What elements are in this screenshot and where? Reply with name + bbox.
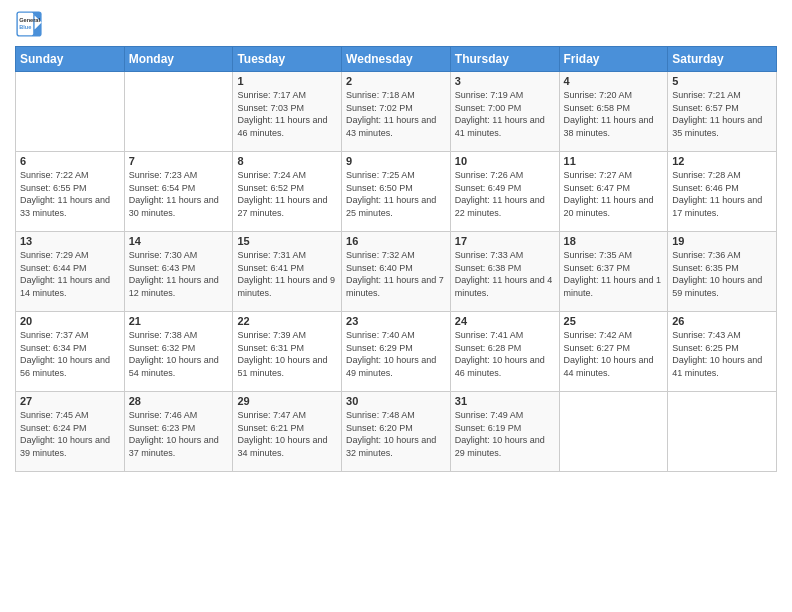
day-number: 31 [455, 395, 555, 407]
day-cell: 1Sunrise: 7:17 AM Sunset: 7:03 PM Daylig… [233, 72, 342, 152]
day-info: Sunrise: 7:47 AM Sunset: 6:21 PM Dayligh… [237, 409, 337, 459]
day-info: Sunrise: 7:40 AM Sunset: 6:29 PM Dayligh… [346, 329, 446, 379]
day-info: Sunrise: 7:23 AM Sunset: 6:54 PM Dayligh… [129, 169, 229, 219]
header: General Blue [15, 10, 777, 38]
day-info: Sunrise: 7:25 AM Sunset: 6:50 PM Dayligh… [346, 169, 446, 219]
day-info: Sunrise: 7:36 AM Sunset: 6:35 PM Dayligh… [672, 249, 772, 299]
day-info: Sunrise: 7:45 AM Sunset: 6:24 PM Dayligh… [20, 409, 120, 459]
svg-text:Blue: Blue [19, 24, 31, 30]
day-cell: 8Sunrise: 7:24 AM Sunset: 6:52 PM Daylig… [233, 152, 342, 232]
day-info: Sunrise: 7:20 AM Sunset: 6:58 PM Dayligh… [564, 89, 664, 139]
day-cell: 22Sunrise: 7:39 AM Sunset: 6:31 PM Dayli… [233, 312, 342, 392]
logo-icon: General Blue [15, 10, 43, 38]
day-info: Sunrise: 7:37 AM Sunset: 6:34 PM Dayligh… [20, 329, 120, 379]
day-number: 25 [564, 315, 664, 327]
day-cell: 31Sunrise: 7:49 AM Sunset: 6:19 PM Dayli… [450, 392, 559, 472]
col-saturday: Saturday [668, 47, 777, 72]
day-number: 2 [346, 75, 446, 87]
day-cell [559, 392, 668, 472]
day-cell: 16Sunrise: 7:32 AM Sunset: 6:40 PM Dayli… [342, 232, 451, 312]
day-info: Sunrise: 7:29 AM Sunset: 6:44 PM Dayligh… [20, 249, 120, 299]
day-info: Sunrise: 7:19 AM Sunset: 7:00 PM Dayligh… [455, 89, 555, 139]
day-cell: 29Sunrise: 7:47 AM Sunset: 6:21 PM Dayli… [233, 392, 342, 472]
day-number: 18 [564, 235, 664, 247]
week-row-2: 6Sunrise: 7:22 AM Sunset: 6:55 PM Daylig… [16, 152, 777, 232]
day-number: 24 [455, 315, 555, 327]
day-cell: 4Sunrise: 7:20 AM Sunset: 6:58 PM Daylig… [559, 72, 668, 152]
day-cell: 24Sunrise: 7:41 AM Sunset: 6:28 PM Dayli… [450, 312, 559, 392]
day-cell: 2Sunrise: 7:18 AM Sunset: 7:02 PM Daylig… [342, 72, 451, 152]
day-info: Sunrise: 7:35 AM Sunset: 6:37 PM Dayligh… [564, 249, 664, 299]
day-info: Sunrise: 7:27 AM Sunset: 6:47 PM Dayligh… [564, 169, 664, 219]
week-row-5: 27Sunrise: 7:45 AM Sunset: 6:24 PM Dayli… [16, 392, 777, 472]
day-cell [16, 72, 125, 152]
day-info: Sunrise: 7:42 AM Sunset: 6:27 PM Dayligh… [564, 329, 664, 379]
day-cell: 6Sunrise: 7:22 AM Sunset: 6:55 PM Daylig… [16, 152, 125, 232]
day-number: 27 [20, 395, 120, 407]
calendar-table: Sunday Monday Tuesday Wednesday Thursday… [15, 46, 777, 472]
day-info: Sunrise: 7:30 AM Sunset: 6:43 PM Dayligh… [129, 249, 229, 299]
page: General Blue Sunday Monday Tuesday Wedne… [0, 0, 792, 612]
week-row-3: 13Sunrise: 7:29 AM Sunset: 6:44 PM Dayli… [16, 232, 777, 312]
day-number: 21 [129, 315, 229, 327]
day-cell: 28Sunrise: 7:46 AM Sunset: 6:23 PM Dayli… [124, 392, 233, 472]
day-cell: 19Sunrise: 7:36 AM Sunset: 6:35 PM Dayli… [668, 232, 777, 312]
day-number: 19 [672, 235, 772, 247]
day-cell: 12Sunrise: 7:28 AM Sunset: 6:46 PM Dayli… [668, 152, 777, 232]
day-cell [124, 72, 233, 152]
day-info: Sunrise: 7:21 AM Sunset: 6:57 PM Dayligh… [672, 89, 772, 139]
day-number: 22 [237, 315, 337, 327]
day-info: Sunrise: 7:33 AM Sunset: 6:38 PM Dayligh… [455, 249, 555, 299]
day-number: 26 [672, 315, 772, 327]
day-cell: 14Sunrise: 7:30 AM Sunset: 6:43 PM Dayli… [124, 232, 233, 312]
day-cell: 5Sunrise: 7:21 AM Sunset: 6:57 PM Daylig… [668, 72, 777, 152]
day-info: Sunrise: 7:39 AM Sunset: 6:31 PM Dayligh… [237, 329, 337, 379]
day-number: 5 [672, 75, 772, 87]
day-number: 14 [129, 235, 229, 247]
day-number: 9 [346, 155, 446, 167]
day-number: 7 [129, 155, 229, 167]
day-info: Sunrise: 7:31 AM Sunset: 6:41 PM Dayligh… [237, 249, 337, 299]
day-number: 6 [20, 155, 120, 167]
day-number: 16 [346, 235, 446, 247]
day-number: 30 [346, 395, 446, 407]
day-number: 4 [564, 75, 664, 87]
day-number: 20 [20, 315, 120, 327]
header-row: Sunday Monday Tuesday Wednesday Thursday… [16, 47, 777, 72]
day-info: Sunrise: 7:49 AM Sunset: 6:19 PM Dayligh… [455, 409, 555, 459]
day-cell: 27Sunrise: 7:45 AM Sunset: 6:24 PM Dayli… [16, 392, 125, 472]
day-info: Sunrise: 7:38 AM Sunset: 6:32 PM Dayligh… [129, 329, 229, 379]
day-cell: 10Sunrise: 7:26 AM Sunset: 6:49 PM Dayli… [450, 152, 559, 232]
day-number: 15 [237, 235, 337, 247]
day-info: Sunrise: 7:18 AM Sunset: 7:02 PM Dayligh… [346, 89, 446, 139]
day-cell: 7Sunrise: 7:23 AM Sunset: 6:54 PM Daylig… [124, 152, 233, 232]
svg-text:General: General [19, 17, 40, 23]
day-info: Sunrise: 7:28 AM Sunset: 6:46 PM Dayligh… [672, 169, 772, 219]
col-sunday: Sunday [16, 47, 125, 72]
day-cell: 11Sunrise: 7:27 AM Sunset: 6:47 PM Dayli… [559, 152, 668, 232]
day-number: 11 [564, 155, 664, 167]
day-info: Sunrise: 7:41 AM Sunset: 6:28 PM Dayligh… [455, 329, 555, 379]
day-cell: 23Sunrise: 7:40 AM Sunset: 6:29 PM Dayli… [342, 312, 451, 392]
day-cell: 17Sunrise: 7:33 AM Sunset: 6:38 PM Dayli… [450, 232, 559, 312]
col-wednesday: Wednesday [342, 47, 451, 72]
day-cell: 15Sunrise: 7:31 AM Sunset: 6:41 PM Dayli… [233, 232, 342, 312]
week-row-4: 20Sunrise: 7:37 AM Sunset: 6:34 PM Dayli… [16, 312, 777, 392]
day-number: 28 [129, 395, 229, 407]
day-cell [668, 392, 777, 472]
day-info: Sunrise: 7:46 AM Sunset: 6:23 PM Dayligh… [129, 409, 229, 459]
day-number: 8 [237, 155, 337, 167]
day-cell: 9Sunrise: 7:25 AM Sunset: 6:50 PM Daylig… [342, 152, 451, 232]
day-info: Sunrise: 7:48 AM Sunset: 6:20 PM Dayligh… [346, 409, 446, 459]
day-number: 12 [672, 155, 772, 167]
day-cell: 30Sunrise: 7:48 AM Sunset: 6:20 PM Dayli… [342, 392, 451, 472]
day-info: Sunrise: 7:24 AM Sunset: 6:52 PM Dayligh… [237, 169, 337, 219]
col-friday: Friday [559, 47, 668, 72]
day-info: Sunrise: 7:17 AM Sunset: 7:03 PM Dayligh… [237, 89, 337, 139]
col-thursday: Thursday [450, 47, 559, 72]
day-info: Sunrise: 7:26 AM Sunset: 6:49 PM Dayligh… [455, 169, 555, 219]
day-number: 10 [455, 155, 555, 167]
day-cell: 18Sunrise: 7:35 AM Sunset: 6:37 PM Dayli… [559, 232, 668, 312]
logo: General Blue [15, 10, 43, 38]
day-info: Sunrise: 7:32 AM Sunset: 6:40 PM Dayligh… [346, 249, 446, 299]
